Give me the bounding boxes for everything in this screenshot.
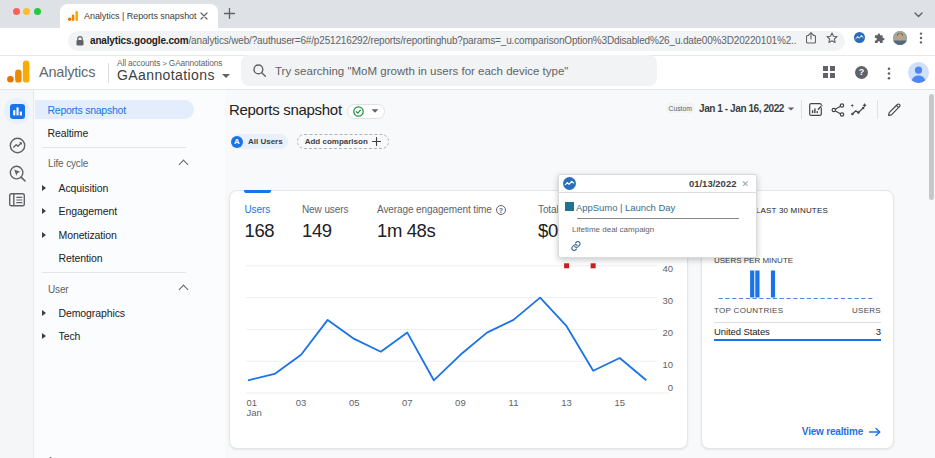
tab-close-icon[interactable] [200,12,208,20]
user-avatar[interactable] [908,62,929,83]
lock-icon[interactable] [76,36,84,46]
rail-explore-icon[interactable] [4,160,30,186]
tab-strip-chevron-icon[interactable] [913,9,924,20]
nav-item-label: Reports snapshot [48,104,126,116]
analytics-app-body: Reports snapshot Realtime Life cycle Acq… [0,90,935,458]
svg-text:20: 20 [662,327,673,338]
customize-report-icon[interactable] [809,103,823,117]
metric-users[interactable]: Users 168 [245,204,275,242]
add-comparison-button[interactable]: Add comparison [297,134,389,149]
svg-text:Jan: Jan [247,407,262,418]
nav-item-tech[interactable]: Tech [59,330,81,342]
new-tab-icon[interactable] [224,8,235,19]
date-range-picker[interactable]: Jan 1 - Jan 16, 2022 [699,103,784,114]
expand-monetization-icon[interactable] [42,232,46,238]
nav-item-monetization[interactable]: Monetization [59,229,117,241]
card-carousel-indicator[interactable] [244,190,271,193]
metric-label-row[interactable]: Average engagement time? [377,204,506,215]
nav-divider [42,147,186,148]
metric-label[interactable]: Average engagement time [377,204,492,215]
edit-report-icon[interactable] [888,103,901,116]
annotation-title[interactable]: AppSumo | Launch Day [576,202,675,213]
annotation-link-icon[interactable] [571,241,581,251]
help-circle-icon[interactable]: ? [496,205,506,215]
macos-minimize-button[interactable] [23,8,30,15]
expand-tech-icon[interactable] [42,333,46,339]
account-picker[interactable]: GAannotations [117,67,230,83]
page-scrollbar[interactable] [929,94,934,200]
diagnostics-grid-icon[interactable] [823,66,835,78]
users-per-minute-chart[interactable] [714,269,881,300]
nav-item-engagement[interactable]: Engagement [59,205,118,217]
browser-tab[interactable]: Analytics | Reports snapshot [60,4,218,28]
browser-toolbar: analytics.google.com/analytics/web/?auth… [0,28,935,56]
nav-item-reports-snapshot[interactable]: Reports snapshot [35,100,194,119]
share-page-icon[interactable] [806,32,816,44]
tab-title: Analytics | Reports snapshot [84,11,198,21]
country-row[interactable]: United States 3 [714,326,881,337]
header-menu-icon[interactable] [887,67,891,80]
comparison-chips: A All Users Add comparison [231,134,389,149]
svg-text:40: 40 [662,263,673,274]
ga-annotations-extension-icon[interactable] [854,32,865,43]
svg-text:07: 07 [402,397,413,408]
annotation-description: Lifetime deal campaign [572,225,654,234]
browser-profile-avatar[interactable] [893,31,907,45]
country-name: United States [714,326,770,337]
rail-advertising-icon[interactable] [4,132,30,158]
nav-section-life-cycle: Life cycle [48,158,88,169]
url-text: analytics.google.com/analytics/web/?auth… [90,35,796,46]
product-name: Analytics [39,64,95,80]
insights-icon[interactable] [850,103,867,116]
collapse-section-icon[interactable] [179,159,189,169]
help-icon[interactable]: ? [855,66,868,79]
metric-avg-engagement-time[interactable]: Average engagement time? 1m 48s [377,204,506,242]
expand-engagement-icon[interactable] [42,208,46,214]
share-report-icon[interactable] [831,103,845,117]
breadcrumb-account[interactable]: GAannotations [169,58,222,68]
macos-close-button[interactable] [13,8,20,15]
account-name[interactable]: GAannotations [117,67,215,83]
annotation-color-swatch [565,202,574,211]
report-status-pill[interactable] [347,104,385,119]
expand-demographics-icon[interactable] [42,310,46,316]
nav-item-acquisition[interactable]: Acquisition [59,182,109,194]
users-line-chart[interactable]: 01020304001Jan03050709111315 [243,258,688,420]
nav-item-demographics[interactable]: Demographics [59,307,126,319]
metric-new-users[interactable]: New users 149 [302,204,348,242]
view-realtime-link[interactable]: View realtime [714,426,881,437]
users-header: USERS [852,306,881,315]
rail-reports-icon[interactable] [4,98,30,124]
breadcrumb[interactable]: All accounts>GAannotations [117,58,222,68]
macos-zoom-button[interactable] [34,8,41,15]
check-badge-icon [353,106,364,117]
breadcrumb-all-accounts[interactable]: All accounts [117,58,160,68]
report-nav: Reports snapshot Realtime Life cycle Acq… [35,90,225,458]
collapse-section-icon[interactable] [179,285,189,295]
annotation-close-icon[interactable]: ✕ [741,179,749,189]
browser-menu-icon[interactable] [919,32,923,44]
nav-item-retention[interactable]: Retention [59,252,103,264]
svg-text:11: 11 [509,397,519,408]
page-title: Reports snapshot [229,101,342,118]
annotation-popup: 01/13/2022 ✕ AppSumo | Launch Day Lifeti… [558,174,757,258]
table-divider [714,322,881,323]
browser-tab-strip: Analytics | Reports snapshot [0,0,935,28]
extensions-puzzle-icon[interactable] [874,33,885,44]
analytics-logo [7,60,30,83]
ga-annotations-logo [563,177,576,190]
metric-label[interactable]: Users [245,204,275,215]
date-range-type-badge: Custom [666,103,694,113]
all-users-chip[interactable]: A All Users [231,134,288,149]
annotation-divider [577,218,739,219]
metric-label[interactable]: New users [302,204,348,215]
expand-acquisition-icon[interactable] [42,185,46,191]
nav-item-realtime[interactable]: Realtime [48,127,89,139]
search-bar[interactable]: Try searching "MoM growth in users for e… [241,55,657,86]
bookmark-star-icon[interactable] [826,32,838,44]
plus-icon [372,137,381,146]
toolbar-divider [801,100,802,119]
svg-text:09: 09 [455,397,466,408]
address-bar[interactable]: analytics.google.com/analytics/web/?auth… [68,31,845,51]
rail-library-icon[interactable] [4,187,30,213]
